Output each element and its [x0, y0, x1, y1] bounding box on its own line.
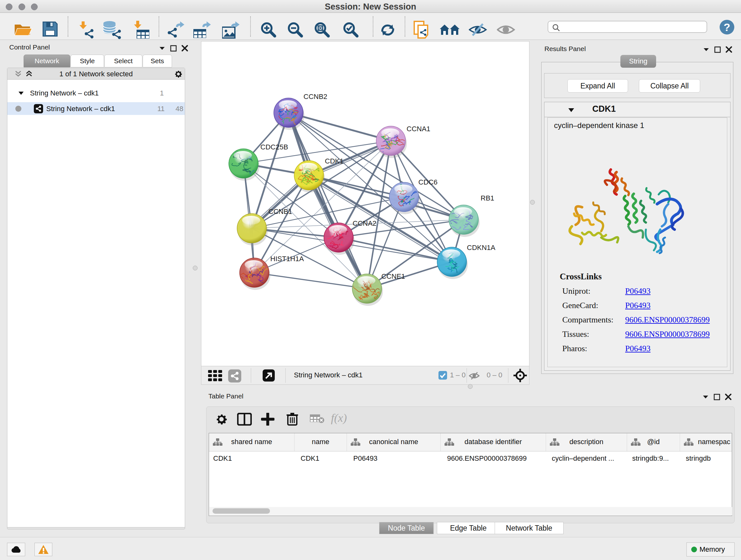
svg-text:CCNE1: CCNE1 — [381, 272, 405, 280]
svg-text:CDC6: CDC6 — [418, 178, 437, 186]
svg-text:CDC25B: CDC25B — [260, 143, 288, 151]
svg-text:HIST1H1A: HIST1H1A — [270, 255, 304, 263]
svg-text:CDKN1A: CDKN1A — [467, 244, 495, 252]
svg-text:?: ? — [724, 21, 731, 33]
svg-text:CCNB2: CCNB2 — [304, 92, 327, 101]
svg-text:CCNA1: CCNA1 — [407, 125, 430, 133]
svg-text:RB1: RB1 — [481, 194, 494, 202]
svg-text:CCNB1: CCNB1 — [268, 207, 292, 215]
svg-text:CCNA2: CCNA2 — [353, 219, 377, 227]
svg-text:CDK1: CDK1 — [325, 157, 344, 165]
